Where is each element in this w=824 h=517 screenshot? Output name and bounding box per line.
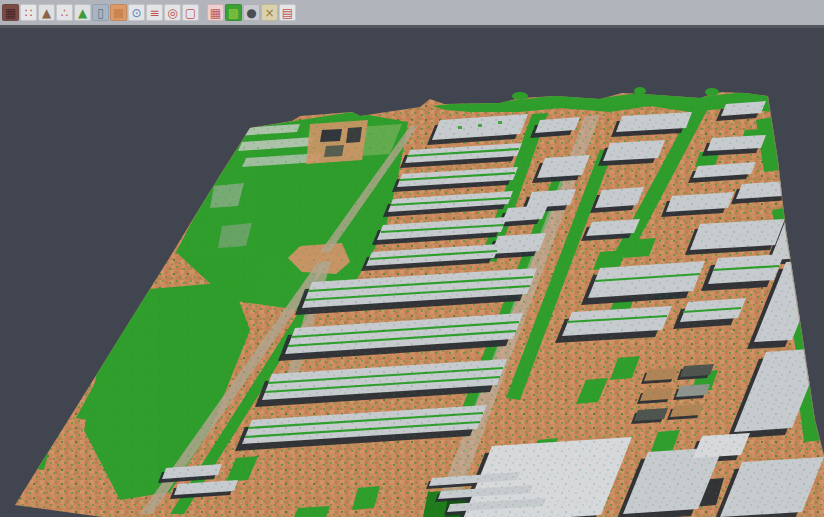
classification-map-icon[interactable]: ▩: [225, 4, 242, 21]
toolbar: ▦ ∷ ▲ ∴ ▲ ▯ ■ ⊙ ≡ ◎ ▢ ▦ ▩ ● × ▤: [0, 0, 824, 28]
terrain-scene: [0, 28, 824, 517]
clear-selection-icon[interactable]: ▤: [279, 4, 296, 21]
circle-select-icon[interactable]: ◎: [164, 4, 181, 21]
point-cloud-icon[interactable]: ∴: [56, 4, 73, 21]
model-icon[interactable]: ▦: [2, 4, 19, 21]
vegetation-terrain-icon[interactable]: ▲: [74, 4, 91, 21]
terrain-icon[interactable]: ▲: [38, 4, 55, 21]
camera-icon[interactable]: ●: [243, 4, 260, 21]
orthophoto-icon[interactable]: ■: [110, 4, 127, 21]
app-window: { "toolbar": { "background": "#b2b4bb", …: [0, 0, 824, 517]
3d-viewport[interactable]: [0, 28, 824, 517]
rect-select-icon[interactable]: ▢: [182, 4, 199, 21]
markers-icon[interactable]: ∷: [20, 4, 37, 21]
profile-lines-icon[interactable]: ≡: [146, 4, 163, 21]
terrain-detail: [0, 28, 824, 517]
prism-icon[interactable]: ▯: [92, 4, 109, 21]
grid-icon[interactable]: ▦: [207, 4, 224, 21]
globe-icon[interactable]: ⊙: [128, 4, 145, 21]
delete-cross-icon[interactable]: ×: [261, 4, 278, 21]
